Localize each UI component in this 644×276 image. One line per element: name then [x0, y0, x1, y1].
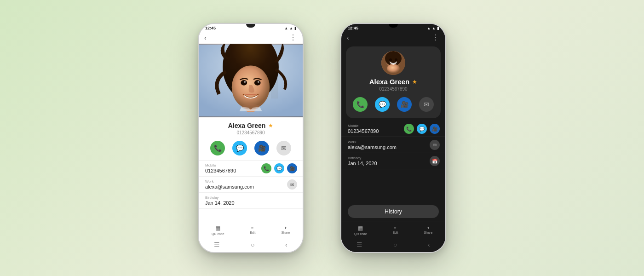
email-icon-dark[interactable]: ✉: [419, 97, 434, 112]
birthday-value-light: Jan 14, 2020: [205, 200, 296, 206]
share-button-dark[interactable]: ⬆ Share: [424, 226, 432, 234]
phone-light: 12:45 ▲ ▲ ▮ ‹ ⋮: [198, 23, 304, 253]
qr-code-button-light[interactable]: ▦ QR code: [212, 225, 224, 236]
bottom-nav-dark: ☰ ○ ‹: [341, 238, 445, 252]
video-icon-light[interactable]: 🎥: [254, 141, 269, 155]
detail-section-light: Mobile 01234567890 📞 💬 🎥 Work alexa@sams…: [199, 161, 303, 222]
history-button[interactable]: History: [348, 205, 439, 218]
birthday-label-light: Birthday: [205, 196, 296, 200]
video-icon-dark[interactable]: 🎥: [397, 97, 412, 112]
detail-section-dark: Mobile 01234567890 📞 💬 🎥 Work alexa@sams…: [341, 121, 445, 201]
work-value-light: alexa@samsung.com: [205, 184, 296, 190]
mobile-msg-icon-dark[interactable]: 💬: [417, 124, 427, 134]
wifi-icon: ▲: [289, 26, 293, 30]
call-icon-dark[interactable]: 📞: [353, 97, 368, 112]
edit-label-dark: Edit: [392, 231, 398, 234]
star-icon-dark: ★: [412, 79, 417, 85]
work-label-dark: Work: [348, 140, 439, 144]
dark-card-top: Alexa Green ★ 01234567890 📞 💬 🎥 ✉: [346, 46, 441, 118]
top-nav-dark: ‹ ⋮: [341, 31, 445, 44]
action-icons-row-dark: 📞 💬 🎥 ✉: [353, 95, 434, 114]
share-label-dark: Share: [424, 231, 432, 234]
edit-button-dark[interactable]: ✏ Edit: [392, 226, 398, 234]
status-icons-dark: ▲ ▲ ▮: [427, 26, 439, 30]
nav-menu-icon-dark[interactable]: ☰: [356, 241, 362, 248]
qr-icon-light: ▦: [215, 225, 220, 231]
avatar-image-dark: [381, 51, 405, 75]
status-icons-light: ▲ ▲ ▮: [284, 26, 296, 30]
email-icon-light[interactable]: ✉: [276, 141, 291, 155]
message-icon-light[interactable]: 💬: [232, 141, 247, 155]
back-button-light[interactable]: ‹: [204, 34, 207, 41]
top-nav-light: ‹ ⋮: [199, 31, 303, 44]
work-value-dark: alexa@samsung.com: [348, 144, 439, 150]
svg-point-10: [242, 104, 259, 109]
edit-icon-dark: ✏: [394, 226, 397, 230]
message-icon-dark[interactable]: 💬: [375, 97, 390, 112]
back-button-dark[interactable]: ‹: [347, 34, 349, 41]
contact-name-light: Alexa Green: [228, 122, 266, 129]
hero-photo: [199, 44, 303, 117]
signal-icon: ▲: [284, 26, 288, 30]
work-row-dark: Work alexa@samsung.com ✉: [341, 137, 445, 153]
more-button-dark[interactable]: ⋮: [432, 33, 440, 42]
nav-home-icon-light[interactable]: ○: [251, 241, 254, 248]
bottom-toolbar-dark: ▦ QR code ✏ Edit ⬆ Share: [341, 222, 445, 238]
mobile-row-dark: Mobile 01234567890 📞 💬 🎥: [341, 121, 445, 137]
share-label-light: Share: [281, 231, 290, 234]
qr-label-dark: QR code: [354, 232, 367, 236]
action-icons-row-light: 📞 💬 🎥 ✉: [205, 139, 296, 157]
avatar-dark: [381, 51, 405, 75]
battery-icon: ▮: [294, 26, 296, 30]
birthday-row-light: Birthday Jan 14, 2020: [199, 193, 303, 209]
mobile-video-icon[interactable]: 🎥: [287, 163, 297, 173]
qr-icon-dark: ▦: [358, 225, 363, 231]
edit-icon-light: ✏: [251, 226, 254, 230]
birthday-value-dark: Jan 14, 2020: [348, 161, 439, 166]
mobile-call-icon-dark[interactable]: 📞: [404, 124, 414, 134]
signal-icon-dark: ▲: [427, 26, 431, 30]
work-label-light: Work: [205, 179, 296, 184]
svg-point-15: [389, 58, 392, 61]
svg-point-8: [244, 81, 246, 83]
share-icon-dark: ⬆: [427, 226, 430, 230]
phone-dark: 12:45 ▲ ▲ ▮ ‹ ⋮: [340, 23, 446, 253]
mobile-video-icon-dark[interactable]: 🎥: [430, 124, 440, 134]
battery-icon-dark: ▮: [437, 26, 439, 30]
nav-back-icon-light[interactable]: ‹: [285, 241, 288, 248]
qr-code-button-dark[interactable]: ▦ QR code: [354, 225, 367, 236]
birthday-label-dark: Birthday: [348, 156, 439, 160]
bottom-nav-light: ☰ ○ ‹: [199, 238, 303, 252]
svg-point-7: [254, 80, 261, 86]
nav-back-icon-dark[interactable]: ‹: [428, 241, 430, 248]
work-row-light: Work alexa@samsung.com ✉: [199, 177, 303, 193]
svg-point-9: [258, 81, 259, 83]
svg-point-14: [387, 64, 400, 73]
svg-point-6: [241, 80, 247, 86]
mobile-row-light: Mobile 01234567890 📞 💬 🎥: [199, 161, 303, 177]
nav-menu-icon-light[interactable]: ☰: [214, 241, 220, 248]
contact-name-dark: Alexa Green: [369, 78, 410, 86]
contact-info-light: Alexa Green ★ 01234567890 📞 💬 🎥 ✉: [199, 117, 303, 161]
svg-point-16: [395, 58, 397, 61]
call-icon-light[interactable]: 📞: [210, 141, 225, 155]
mobile-call-icon[interactable]: 📞: [261, 163, 271, 173]
edit-button-light[interactable]: ✏ Edit: [250, 226, 255, 234]
share-icon-light: ⬆: [284, 226, 287, 230]
more-button-light[interactable]: ⋮: [289, 33, 297, 42]
qr-label-light: QR code: [212, 232, 224, 236]
status-time-light: 12:45: [205, 26, 216, 30]
edit-label-light: Edit: [250, 231, 255, 234]
bottom-toolbar-light: ▦ QR code ✏ Edit ⬆ Share: [199, 222, 303, 238]
contact-number-dark: 01234567890: [379, 86, 407, 92]
work-email-icon-dark[interactable]: ✉: [430, 140, 440, 150]
mobile-msg-icon[interactable]: 💬: [274, 163, 284, 173]
work-email-icon[interactable]: ✉: [287, 179, 297, 190]
contact-number-light: 01234567890: [205, 130, 296, 135]
star-icon-light: ★: [268, 122, 273, 129]
wifi-icon-dark: ▲: [432, 26, 436, 30]
nav-home-icon-dark[interactable]: ○: [393, 241, 397, 248]
share-button-light[interactable]: ⬆ Share: [281, 226, 290, 234]
birthday-calendar-icon[interactable]: 📅: [430, 156, 440, 166]
birthday-row-dark: Birthday Jan 14, 2020 📅: [341, 153, 445, 169]
